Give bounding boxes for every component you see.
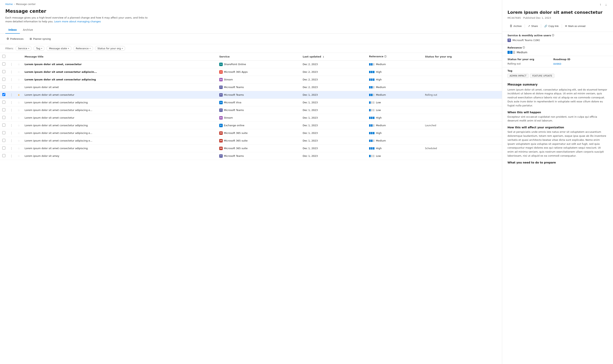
more-options-icon[interactable]: ⋮ xyxy=(10,101,13,104)
table-row[interactable]: ⋮ ☆ Lorem ipsum dolor sit amet consectet… xyxy=(0,99,502,106)
star-icon[interactable]: ☆ xyxy=(18,70,20,74)
archive-button[interactable]: 🗄 Archive xyxy=(507,24,524,29)
service-name: Microsoft Teams xyxy=(224,86,244,89)
teams-icon: T xyxy=(507,39,511,42)
date-cell: Dec 2, 2023 xyxy=(300,68,367,76)
star-icon[interactable]: ☆ xyxy=(18,63,20,66)
info-icon[interactable]: ⓘ xyxy=(384,55,386,58)
learn-more-link[interactable]: Learn more about managing changes xyxy=(54,20,101,23)
table-row[interactable]: ⋮ ☆ Lorem ipsum dolor sit amet consectet… xyxy=(0,68,502,76)
star-icon[interactable]: ☆ xyxy=(18,131,20,135)
select-all-checkbox[interactable] xyxy=(2,55,5,58)
table-row[interactable]: ⋮ ☆ Lorem ipsum dolor sit amet consectet… xyxy=(0,114,502,122)
more-options-icon[interactable]: ⋮ xyxy=(10,93,13,97)
mark-unread-button[interactable]: ✉ Mark as unread xyxy=(563,24,588,29)
more-options-icon[interactable]: ⋮ xyxy=(10,70,13,74)
row-checkbox[interactable] xyxy=(2,131,5,134)
filter-relevance[interactable]: Relevance ▾ xyxy=(73,46,93,51)
star-icon[interactable]: ★ xyxy=(18,93,20,96)
row-checkbox[interactable] xyxy=(2,101,5,104)
star-icon[interactable]: ☆ xyxy=(18,155,20,157)
more-options-icon[interactable]: ⋮ xyxy=(10,131,13,135)
star-icon[interactable]: ☆ xyxy=(18,124,20,127)
table-row[interactable]: ⋮ ☆ Lorem ipsum dolor sit amey T Microso… xyxy=(0,152,502,160)
star-icon[interactable]: ☆ xyxy=(18,109,20,112)
next-message-button[interactable]: ↓ xyxy=(604,2,608,7)
tab-archive[interactable]: Archive xyxy=(20,26,36,34)
filter-tag[interactable]: Tag ▾ xyxy=(33,46,44,51)
row-checkbox[interactable] xyxy=(2,108,5,111)
rel-bar-3 xyxy=(373,63,374,65)
row-checkbox[interactable] xyxy=(2,124,5,127)
more-options-icon[interactable]: ⋮ xyxy=(10,116,13,119)
star-icon[interactable]: ☆ xyxy=(18,101,20,104)
tab-inbox[interactable]: Inbox xyxy=(5,26,20,34)
more-options-icon[interactable]: ⋮ xyxy=(10,154,13,158)
row-checkbox[interactable] xyxy=(2,154,5,157)
row-checkbox[interactable] xyxy=(2,63,5,65)
table-row[interactable]: ⋮ ☆ Lorem ipsum dolor sit amet consectet… xyxy=(0,106,502,114)
more-options-icon[interactable]: ⋮ xyxy=(10,78,13,81)
info-icon[interactable]: ⓘ xyxy=(523,46,525,49)
more-options-icon[interactable]: ⋮ xyxy=(10,139,13,143)
star-icon[interactable]: ☆ xyxy=(18,116,20,119)
table-row[interactable]: ⋮ ★ Lorem ipsum dolor sit amet consectet… xyxy=(0,91,502,99)
planner-syncing-button[interactable]: ⊞ Planner syncing xyxy=(28,37,52,41)
relevance-bars xyxy=(369,147,374,150)
table-row[interactable]: ⋮ ☆ Lorem ipsum dolor sit amet consectet… xyxy=(0,76,502,83)
service-name: Microsoft 365 Apps xyxy=(224,70,247,73)
service-name: SharePoint Online xyxy=(224,63,246,66)
star-icon[interactable]: ☆ xyxy=(18,139,20,142)
row-checkbox[interactable] xyxy=(2,93,5,96)
more-options-icon[interactable]: ⋮ xyxy=(10,146,13,150)
more-options-icon[interactable]: ⋮ xyxy=(10,85,13,89)
breadcrumb-home[interactable]: Home xyxy=(5,3,13,6)
tag-label: Tag xyxy=(507,69,608,72)
filter-status[interactable]: Status for your org ▾ xyxy=(95,46,125,51)
message-title: Lorem ipsum dolor sit amet consectetur a… xyxy=(25,78,96,81)
breadcrumb-current: Message center xyxy=(16,3,36,6)
more-options-icon[interactable]: ⋮ xyxy=(10,124,13,127)
relevance-label: Relevance xyxy=(507,46,522,49)
service-section-label: Service & monthly active users xyxy=(507,34,551,37)
rel-bar-2 xyxy=(371,94,373,96)
table-row[interactable]: ⋮ ☆ Lorem ipsum dolor sit amet T Microso… xyxy=(0,83,502,91)
rel-bar-3 xyxy=(373,109,374,111)
table-row[interactable]: ⋮ ☆ Lorem ipsum dolor sit amet consectet… xyxy=(0,122,502,129)
table-row[interactable]: ⋮ ☆ Lorem ipsum dolor sit amet consectet… xyxy=(0,137,502,144)
more-options-icon[interactable]: ⋮ xyxy=(10,63,13,66)
preferences-button[interactable]: ⚙ Preferences xyxy=(5,36,25,41)
col-last-updated[interactable]: Last updated ↓ xyxy=(300,53,367,61)
roadmap-id-link[interactable]: 84960 xyxy=(553,63,561,65)
prepare-heading: What you need to do to prepare xyxy=(507,161,608,164)
row-checkbox[interactable] xyxy=(2,116,5,119)
row-checkbox[interactable] xyxy=(2,78,5,81)
filter-service[interactable]: Service ▾ xyxy=(15,46,31,51)
row-checkbox[interactable] xyxy=(2,85,5,88)
prev-message-button[interactable]: ↑ xyxy=(599,2,602,7)
service-icon: M xyxy=(219,139,223,143)
info-icon[interactable]: ⓘ xyxy=(552,34,554,37)
table-row[interactable]: ⋮ ☆ Lorem ipsum dolor sit amet, consecte… xyxy=(0,61,502,68)
rel-bar-2 xyxy=(371,132,373,134)
table-row[interactable]: ⋮ ☆ Lorem ipsum dolor sit amet consectet… xyxy=(0,129,502,137)
copy-link-button[interactable]: 🔗 Copy link xyxy=(542,24,561,29)
row-checkbox[interactable] xyxy=(2,139,5,142)
service-cell: T Microsoft Teams xyxy=(219,86,298,89)
star-icon[interactable]: ☆ xyxy=(18,78,20,81)
share-button[interactable]: ↗ Share xyxy=(526,24,540,29)
chevron-down-icon: ▾ xyxy=(41,47,42,50)
service-icon: St xyxy=(219,78,223,81)
affect-text: Sed ut perspiciatis unde omnis iste natu… xyxy=(507,130,608,158)
message-title: Lorem ipsum dolor sit amey xyxy=(25,155,59,157)
filter-message-state[interactable]: Message state ▾ xyxy=(46,46,71,51)
star-icon[interactable]: ☆ xyxy=(18,147,20,150)
row-checkbox[interactable] xyxy=(2,70,5,73)
more-options-icon[interactable]: ⋮ xyxy=(10,108,13,112)
affect-heading: How this will affect your organization xyxy=(507,126,608,129)
star-icon[interactable]: ☆ xyxy=(18,86,20,89)
chevron-down-icon: ▾ xyxy=(28,47,29,50)
relevance-label: Low xyxy=(376,101,381,104)
row-checkbox[interactable] xyxy=(2,146,5,150)
table-row[interactable]: ⋮ ☆ Lorem ipsum dolor sit amet consectet… xyxy=(0,144,502,152)
